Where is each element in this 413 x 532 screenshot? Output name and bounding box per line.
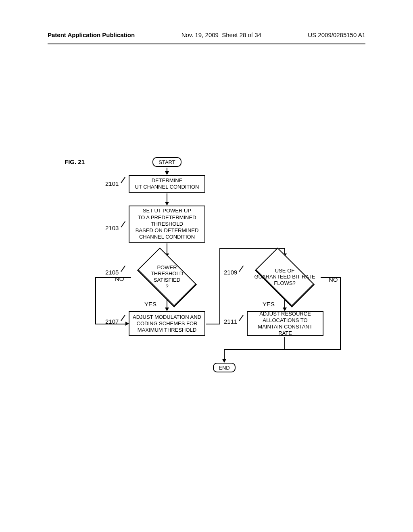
- header-date-sheet: Nov. 19, 2009 Sheet 28 of 34: [181, 31, 261, 38]
- ref-2111: 2111: [224, 318, 237, 325]
- flow-step-set-power: SET UT POWER UP TO A PREDETERMINED THRES…: [129, 206, 205, 243]
- ref-2103: 2103: [105, 224, 119, 231]
- ref-2101: 2101: [105, 180, 119, 187]
- label-yes-left: YES: [144, 301, 156, 308]
- label-no-left: NO: [115, 275, 124, 282]
- header-docnum: US 2009/0285150 A1: [308, 31, 365, 38]
- patent-page: Patent Application Publication Nov. 19, …: [0, 0, 413, 532]
- ref-2109: 2109: [224, 269, 237, 276]
- flow-step-adjust-modulation: ADJUST MODULATION AND CODING SCHEMES FOR…: [129, 311, 205, 336]
- flow-step-determine: DETERMINE UT CHANNEL CONDITION: [129, 175, 205, 193]
- ref-2105: 2105: [105, 269, 119, 276]
- flow-step-adjust-resources: ADJUST RESOURCE ALLOCATIONS TO MAINTAIN …: [247, 311, 323, 336]
- page-header: Patent Application Publication Nov. 19, …: [48, 31, 365, 38]
- figure-label: FIG. 21: [65, 158, 85, 165]
- flow-decision-power: POWER THRESHOLD SATISFIED ?: [131, 255, 203, 299]
- header-rule: [48, 44, 365, 44]
- label-yes-right: YES: [263, 301, 275, 308]
- flow-start: START: [152, 157, 181, 167]
- flow-decision-gbr: USE OF GUARANTEED BIT RATE FLOWS?: [248, 255, 321, 299]
- header-publication: Patent Application Publication: [48, 31, 135, 38]
- flow-end: END: [213, 363, 236, 372]
